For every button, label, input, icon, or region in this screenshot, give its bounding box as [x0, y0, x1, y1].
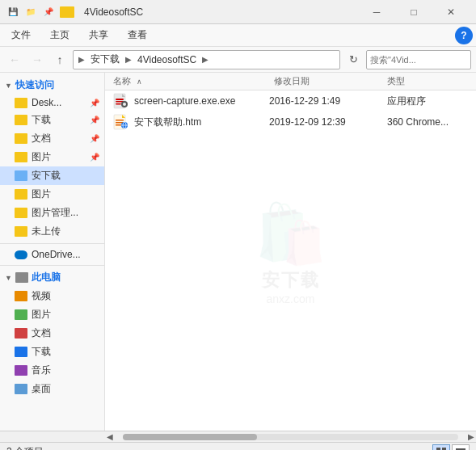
path-end-arrow: ▶: [202, 55, 209, 64]
table-row[interactable]: screen-capture.exe.exe 2016-12-29 1:49 应…: [105, 90, 476, 111]
computer-arrow: ▼: [5, 274, 12, 282]
view-detail-button[interactable]: [432, 444, 450, 451]
scroll-left-button[interactable]: ◀: [105, 432, 115, 441]
table-row[interactable]: 安下载帮助.htm 2019-12-09 12:39 360 Chrome...: [105, 111, 476, 132]
scrollbar-area: ◀ ▶: [0, 431, 476, 442]
sidebar-item-desk[interactable]: Desk... 📌: [0, 95, 104, 111]
folder-icon-anxz: [15, 170, 27, 181]
horizontal-scrollbar[interactable]: [123, 434, 458, 440]
sidebar-item-downloads[interactable]: 下载: [0, 343, 104, 361]
forward-button[interactable]: →: [27, 50, 47, 69]
pin-icon-download: 📌: [90, 116, 99, 124]
sidebar-item-pictures[interactable]: 图片: [0, 305, 104, 324]
sidebar-item-anxz[interactable]: 安下载: [0, 166, 104, 185]
sidebar-item-img2-label: 图片: [32, 187, 51, 201]
computer-icon: [15, 272, 28, 283]
menu-view[interactable]: 查看: [120, 25, 155, 45]
folder-icon-pictures: [15, 309, 27, 320]
svg-rect-11: [116, 124, 121, 126]
path-segment-2[interactable]: 4VideosoftSC: [135, 53, 199, 66]
folder-icon-music: [15, 365, 27, 376]
file-list-container: 🛍️ 安下载 anxz.com 名称 ∧ 修改日期 类型: [105, 73, 476, 431]
back-button[interactable]: ←: [5, 50, 24, 69]
save-icon: 💾: [6, 6, 19, 19]
sidebar-item-download-label: 下载: [32, 113, 51, 127]
file-list: screen-capture.exe.exe 2016-12-29 1:49 应…: [105, 90, 476, 431]
file-name-htm: 安下载帮助.htm: [134, 116, 264, 129]
search-box[interactable]: 🔍: [366, 50, 471, 69]
col-header-date[interactable]: 修改日期: [274, 75, 387, 87]
pin-icon: 📌: [42, 6, 55, 19]
sidebar-item-documents[interactable]: 文档: [0, 324, 104, 343]
close-button[interactable]: ✕: [432, 0, 470, 24]
search-input[interactable]: [370, 55, 476, 65]
status-bar: 2 个项目: [0, 442, 476, 450]
file-icon-htm: [113, 114, 129, 130]
maximize-button[interactable]: □: [395, 0, 432, 24]
sidebar-item-music[interactable]: 音乐: [0, 361, 104, 380]
scrollbar-thumb[interactable]: [123, 434, 257, 440]
quick-access-header[interactable]: ▼ 快速访问: [0, 76, 104, 95]
view-list-button[interactable]: [452, 444, 470, 451]
folder-icon-desk: [15, 98, 27, 108]
address-path[interactable]: ▶ 安下载 ▶ 4VideosoftSC ▶: [73, 50, 340, 69]
computer-header[interactable]: ▼ 此电脑: [0, 268, 104, 287]
sort-arrow: ∧: [137, 78, 142, 86]
sidebar-item-doc[interactable]: 文档 📌: [0, 129, 104, 148]
menu-bar: 文件 主页 共享 查看 ?: [0, 24, 476, 47]
sidebar-item-onedrive-label: OneDrive...: [32, 249, 81, 260]
pin-icon-img: 📌: [90, 153, 99, 162]
menu-home[interactable]: 主页: [42, 25, 78, 45]
folder-icon-download: [15, 115, 27, 125]
menu-file[interactable]: 文件: [3, 25, 39, 45]
sidebar-separator-1: [0, 243, 104, 244]
sidebar-item-imgmgr[interactable]: 图片管理...: [0, 204, 104, 222]
col-header-type[interactable]: 类型: [387, 75, 468, 87]
quick-access-label: 快速访问: [15, 78, 54, 92]
folder-icon-video: [15, 291, 27, 301]
sidebar-item-doc-label: 文档: [32, 132, 51, 145]
sidebar-item-img2[interactable]: 图片: [0, 185, 104, 204]
sidebar-item-img[interactable]: 图片 📌: [0, 148, 104, 166]
file-icon-exe: [113, 93, 129, 109]
sidebar-item-video[interactable]: 视频: [0, 287, 104, 305]
file-date-htm: 2019-12-09 12:39: [269, 116, 382, 128]
folder-icon-upload: [15, 226, 27, 237]
path-home-arrow: ▶: [78, 55, 85, 64]
sidebar-item-desk-label: Desk...: [32, 97, 61, 108]
pin-icon-desk: 📌: [90, 99, 99, 107]
path-segment-1[interactable]: 安下载: [88, 52, 122, 67]
folder-icon-desktop: [15, 384, 27, 394]
sidebar-item-download[interactable]: 下载 📌: [0, 111, 104, 129]
sidebar-item-desktop-label: 桌面: [32, 382, 51, 396]
folder-icon-downloads: [15, 347, 27, 357]
sidebar-item-downloads-label: 下载: [32, 345, 51, 359]
folder-color-icon: [60, 6, 74, 18]
sidebar-item-upload[interactable]: 未上传: [0, 222, 104, 241]
pin-icon-doc: 📌: [90, 134, 99, 143]
minimize-button[interactable]: ─: [358, 0, 395, 24]
sidebar-item-desktop[interactable]: 桌面: [0, 380, 104, 398]
sidebar-separator-2: [0, 265, 104, 266]
refresh-button[interactable]: ↻: [343, 50, 363, 69]
file-type-htm: 360 Chrome...: [387, 116, 468, 128]
folder-icon-documents: [15, 328, 27, 339]
svg-rect-19: [456, 448, 465, 450]
title-bar-icons: 💾 📁 📌: [6, 6, 78, 19]
sidebar-item-upload-label: 未上传: [32, 225, 61, 238]
file-type-exe: 应用程序: [387, 95, 468, 108]
sidebar-item-img-label: 图片: [32, 150, 51, 164]
svg-rect-2: [116, 99, 124, 100]
svg-rect-9: [116, 120, 124, 121]
col-header-name[interactable]: 名称 ∧: [113, 75, 274, 87]
up-button[interactable]: ↑: [50, 50, 70, 69]
folder-icon-tb: 📁: [24, 6, 37, 19]
main-content: ▼ 快速访问 Desk... 📌 下载 📌 文档 📌 图片 📌 安下载: [0, 73, 476, 431]
help-button[interactable]: ?: [455, 27, 473, 44]
window-controls: ─ □ ✕: [358, 0, 470, 24]
scroll-right-button[interactable]: ▶: [466, 432, 476, 441]
sidebar-item-video-label: 视频: [32, 289, 51, 303]
sidebar-item-onedrive[interactable]: OneDrive...: [0, 246, 104, 263]
folder-icon-img: [15, 152, 27, 162]
menu-share[interactable]: 共享: [81, 25, 116, 45]
